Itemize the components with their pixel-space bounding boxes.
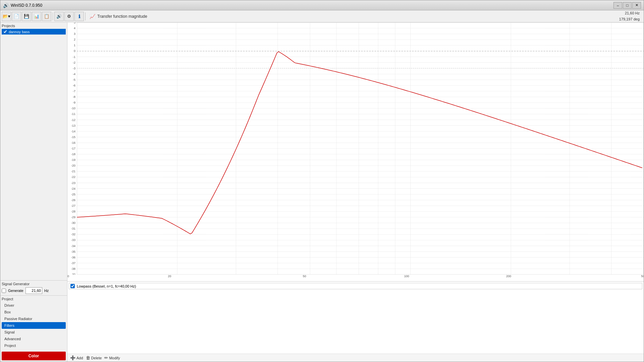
delete-filter-button[interactable]: 🗑 Delete: [86, 355, 102, 360]
x-label: 200: [506, 275, 511, 278]
project-checkbox[interactable]: [3, 29, 7, 34]
y-label: -8: [73, 95, 75, 99]
minimize-button[interactable]: –: [613, 2, 622, 9]
generate-checkbox[interactable]: [2, 289, 6, 293]
nav-box[interactable]: Box: [2, 309, 66, 315]
nav-driver[interactable]: Driver: [2, 302, 66, 309]
y-label: -38: [71, 267, 75, 270]
driver-button[interactable]: 🔊: [54, 12, 64, 21]
y-label: -33: [71, 238, 75, 242]
y-label: -30: [71, 221, 75, 225]
y-label: -32: [71, 233, 75, 236]
toolbar-sep2: [85, 12, 86, 20]
y-label: -36: [71, 256, 75, 259]
info-button[interactable]: ℹ: [74, 12, 84, 21]
filter-list: Lowpass (Bessel, n=1, fc=40,00 Hz): [67, 282, 644, 354]
toolbar-right: 21,60 Hz 179,197 deg: [619, 10, 642, 22]
y-label: -4: [73, 72, 75, 76]
nav-signal[interactable]: Signal: [2, 329, 66, 336]
right-panel: 543210-1-2-3-4-5-6-7-8-9-10-11-12-13-14-…: [67, 22, 644, 362]
signal-generator: Signal Generator Generate Hz: [0, 280, 67, 295]
projects-section: Projects dannoy bass: [0, 22, 67, 36]
y-label: -20: [71, 164, 75, 167]
y-label: -15: [71, 135, 75, 139]
y-label: -28: [71, 210, 75, 213]
project-nav: Project Driver Box Passive Radiator Filt…: [0, 295, 67, 350]
y-label: -22: [71, 175, 75, 179]
delete-icon: 🗑: [86, 355, 90, 360]
nav-project[interactable]: Project: [2, 342, 66, 349]
x-label: 10: [67, 275, 69, 278]
nav-passive-radiator[interactable]: Passive Radiator: [2, 315, 66, 322]
nav-filters[interactable]: Filters: [2, 322, 66, 329]
add-filter-button[interactable]: ➕ Add: [70, 355, 83, 360]
filter-panel: Lowpass (Bessel, n=1, fc=40,00 Hz) ➕ Add…: [67, 281, 644, 362]
y-label: -14: [71, 130, 75, 133]
y-label: -24: [71, 187, 75, 190]
x-label: 500: [641, 275, 644, 278]
app-icon: 🔊: [3, 3, 9, 8]
filter-label: Lowpass (Bessel, n=1, fc=40,00 Hz): [77, 284, 136, 288]
y-label: -7: [73, 89, 75, 93]
toolbar-sep1: [53, 12, 53, 20]
filter-checkbox[interactable]: [70, 284, 75, 288]
open-button[interactable]: 📂▾: [2, 12, 11, 21]
modify-icon: ✏: [104, 355, 108, 360]
main-window: 🔊 WinISD 0.7.0.950 – □ ✕ 📂▾ 📄 💾 📊 📋 🔊 ⚙ …: [0, 0, 644, 362]
graph-area[interactable]: [77, 22, 644, 275]
filter-toolbar: ➕ Add 🗑 Delete ✏ Modify: [67, 354, 644, 362]
graph-title: Transfer function magnitude: [97, 14, 147, 19]
x-label: 100: [404, 275, 409, 278]
frequency-input[interactable]: [25, 287, 42, 294]
project-item[interactable]: dannoy bass: [2, 29, 66, 35]
app-title: WinISD 0.7.0.950: [11, 3, 42, 8]
title-bar: 🔊 WinISD 0.7.0.950 – □ ✕: [0, 0, 644, 10]
y-label: -17: [71, 147, 75, 150]
signal-gen-row: Generate Hz: [2, 287, 66, 294]
y-label: -2: [73, 61, 75, 64]
chart-icon: 📈: [90, 14, 95, 19]
signal-gen-label: Signal Generator: [2, 282, 66, 286]
filter-item[interactable]: Lowpass (Bessel, n=1, fc=40,00 Hz): [69, 283, 642, 289]
y-label: -12: [71, 118, 75, 122]
toolbar: 📂▾ 📄 💾 📊 📋 🔊 ⚙ ℹ 📈 Transfer function mag…: [0, 10, 644, 22]
y-label: -11: [71, 112, 75, 116]
hz-unit: Hz: [44, 289, 49, 293]
y-label: -1: [73, 55, 75, 59]
export2-button[interactable]: 📋: [42, 12, 51, 21]
export1-button[interactable]: 📊: [32, 12, 41, 21]
y-label: 3: [74, 32, 75, 36]
y-label: -23: [71, 181, 75, 185]
y-label: -21: [71, 170, 75, 173]
project-nav-label: Project: [2, 297, 66, 301]
y-label: -34: [71, 244, 75, 248]
y-label: -9: [73, 101, 75, 104]
modify-filter-button[interactable]: ✏ Modify: [104, 355, 120, 360]
y-label: -37: [71, 261, 75, 265]
color-button[interactable]: Color: [2, 352, 66, 360]
x-label: 50: [303, 275, 306, 278]
title-controls: – □ ✕: [613, 2, 641, 9]
nav-advanced[interactable]: Advanced: [2, 336, 66, 342]
graph-inner: 543210-1-2-3-4-5-6-7-8-9-10-11-12-13-14-…: [67, 22, 644, 275]
y-label: 2: [74, 38, 75, 41]
y-label: 1: [74, 44, 75, 47]
y-axis-labels: 543210-1-2-3-4-5-6-7-8-9-10-11-12-13-14-…: [67, 22, 77, 275]
coord-freq: 21,60 Hz: [619, 10, 640, 16]
x-label: 20: [168, 275, 171, 278]
y-label: -31: [71, 227, 75, 230]
y-label: 0: [74, 49, 75, 53]
left-spacer: [0, 36, 67, 280]
graph-title-area: 📈 Transfer function magnitude: [90, 14, 147, 19]
coord-deg: 179,197 deg: [619, 16, 640, 22]
title-bar-left: 🔊 WinISD 0.7.0.950: [3, 3, 42, 8]
settings-button[interactable]: ⚙: [64, 12, 74, 21]
y-label: 4: [74, 26, 75, 30]
y-label: -29: [71, 216, 75, 219]
save-button[interactable]: 💾: [22, 12, 31, 21]
maximize-button[interactable]: □: [623, 2, 632, 9]
close-button[interactable]: ✕: [632, 2, 641, 9]
y-label: -13: [71, 124, 75, 127]
y-label: -35: [71, 250, 75, 253]
new-button[interactable]: 📄: [12, 12, 21, 21]
